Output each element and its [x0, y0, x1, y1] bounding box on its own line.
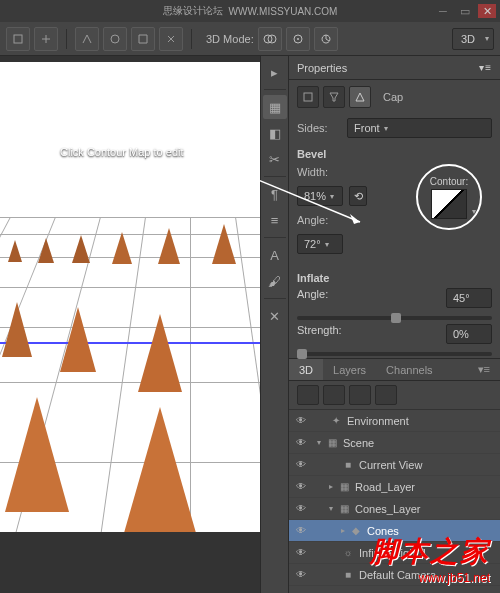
cap-label: Cap [383, 91, 403, 103]
disclosure-icon[interactable]: ▾ [329, 504, 333, 513]
cone-icon [38, 238, 54, 263]
layer-row[interactable]: 👁▾▦Scene [289, 432, 500, 454]
panel-menu-icon[interactable]: ▾≡ [468, 359, 500, 380]
vt-icon-2[interactable]: ◧ [263, 121, 287, 145]
contour-label: Contour: [430, 176, 468, 187]
tool-icon-5[interactable] [131, 27, 155, 51]
disclosure-icon[interactable]: ▸ [341, 526, 345, 535]
prop-filter-3[interactable] [349, 86, 371, 108]
mode-icon-1[interactable] [258, 27, 282, 51]
visibility-icon[interactable]: 👁 [293, 569, 309, 580]
panel-tabs: 3D Layers Channels ▾≡ [289, 359, 500, 381]
minimize-button[interactable]: ─ [434, 4, 452, 18]
layer-row[interactable]: 👁▸▦Road_Layer [289, 476, 500, 498]
arrow-icon [200, 152, 370, 232]
layer-type-icon: ▦ [337, 502, 351, 516]
layer-name: Scene [343, 437, 374, 449]
svg-rect-0 [14, 35, 22, 43]
tool-icon-1[interactable] [6, 27, 30, 51]
prop-filter-1[interactable] [297, 86, 319, 108]
tooltip-text: Click Contour Map to edit [60, 146, 184, 158]
tool-icon-3[interactable] [75, 27, 99, 51]
cone-icon [8, 240, 22, 262]
workspace-dropdown[interactable]: 3D [452, 28, 494, 50]
layer-type-icon: ☼ [341, 546, 355, 560]
vt-collapse-icon[interactable]: ▸ [263, 60, 287, 84]
visibility-icon[interactable]: 👁 [293, 437, 309, 448]
contour-map-button[interactable] [431, 189, 467, 219]
angle-input[interactable]: 72° [297, 234, 343, 254]
brand-text-1: 思缘设计论坛 [163, 4, 223, 18]
layer-type-icon: ■ [341, 458, 355, 472]
layer-type-icon: ▦ [337, 480, 351, 494]
layer-row[interactable]: 👁▾▦Cones_Layer [289, 498, 500, 520]
inflate-section-label: Inflate [289, 266, 500, 286]
svg-point-1 [111, 35, 119, 43]
inf-angle-label: Angle: [297, 288, 328, 308]
vertical-toolbar: ▸ ▦ ◧ ✂ ¶ ≡ A 🖌 ✕ [260, 56, 288, 593]
layer-name: Environment [347, 415, 409, 427]
inf-angle-slider[interactable] [297, 316, 492, 320]
filter-material-icon[interactable] [349, 385, 371, 405]
sides-label: Sides: [297, 122, 341, 134]
layer-type-icon: ▦ [325, 436, 339, 450]
prop-filter-2[interactable] [323, 86, 345, 108]
watermark-line1: 脚本之家 [370, 533, 490, 571]
filter-light-icon[interactable] [375, 385, 397, 405]
close-button[interactable]: ✕ [478, 4, 496, 18]
layer-row[interactable]: 👁■Current View [289, 454, 500, 476]
visibility-icon[interactable]: 👁 [293, 415, 309, 426]
cone-icon [120, 407, 200, 532]
layer-name: Road_Layer [355, 481, 415, 493]
cone-icon [2, 302, 32, 357]
vt-icon-8[interactable]: ✕ [263, 304, 287, 328]
vt-icon-7[interactable]: 🖌 [263, 269, 287, 293]
tab-channels[interactable]: Channels [376, 359, 442, 380]
filter-scene-icon[interactable] [297, 385, 319, 405]
filter-mesh-icon[interactable] [323, 385, 345, 405]
visibility-icon[interactable]: 👁 [293, 547, 309, 558]
tool-icon-6[interactable] [159, 27, 183, 51]
svg-line-6 [200, 156, 360, 222]
mode-icon-3[interactable] [314, 27, 338, 51]
visibility-icon[interactable]: 👁 [293, 503, 309, 514]
watermark: 脚本之家 www.jb51.net [370, 533, 490, 585]
tab-3d[interactable]: 3D [289, 359, 323, 380]
strength-slider[interactable] [297, 352, 492, 356]
canvas-area: Click Contour Map to edit [0, 56, 260, 593]
strength-input[interactable]: 0% [446, 324, 492, 344]
maximize-button[interactable]: ▭ [456, 4, 474, 18]
tool-icon-4[interactable] [103, 27, 127, 51]
layer-name: Cones_Layer [355, 503, 420, 515]
options-bar: 3D Mode: 3D [0, 22, 500, 56]
panel-menu-icon[interactable]: ▾≡ [479, 62, 492, 73]
cone-icon [158, 228, 180, 264]
tool-icon-2[interactable] [34, 27, 58, 51]
disclosure-icon[interactable]: ▾ [317, 438, 321, 447]
layer-name: Current View [359, 459, 422, 471]
title-bar: 思缘设计论坛 WWW.MISSYUAN.COM ─ ▭ ✕ [0, 0, 500, 22]
layer-type-icon: ◆ [349, 524, 363, 538]
disclosure-icon[interactable]: ▸ [329, 482, 333, 491]
layer-type-icon: ✦ [329, 414, 343, 428]
inf-angle-input[interactable]: 45° [446, 288, 492, 308]
cone-icon [60, 307, 96, 372]
layer-type-icon: ■ [341, 568, 355, 582]
svg-point-5 [297, 38, 299, 40]
visibility-icon[interactable]: 👁 [293, 525, 309, 536]
properties-title: Properties [297, 62, 347, 74]
visibility-icon[interactable]: 👁 [293, 459, 309, 470]
cone-icon [72, 235, 90, 263]
layer-row[interactable]: 👁✦Environment [289, 410, 500, 432]
vt-icon-6[interactable]: A [263, 243, 287, 267]
document-canvas[interactable] [0, 62, 260, 532]
visibility-icon[interactable]: 👁 [293, 481, 309, 492]
watermark-line2: www.jb51.net [370, 571, 490, 585]
tab-layers[interactable]: Layers [323, 359, 376, 380]
vt-icon-1[interactable]: ▦ [263, 95, 287, 119]
sides-dropdown[interactable]: Front [347, 118, 492, 138]
svg-rect-8 [304, 93, 312, 101]
strength-label: Strength: [297, 324, 342, 344]
mode-icon-2[interactable] [286, 27, 310, 51]
brand-text-2: WWW.MISSYUAN.COM [229, 6, 338, 17]
